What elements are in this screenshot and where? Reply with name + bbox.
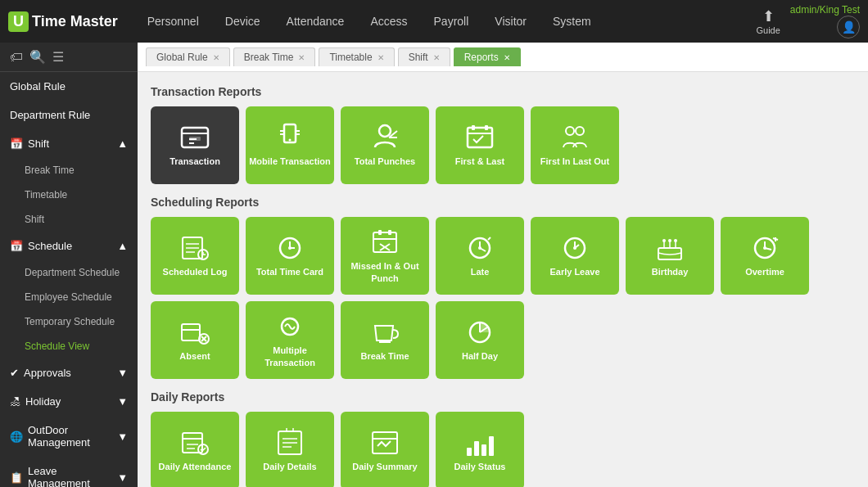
daily-status-icon <box>463 428 496 458</box>
svg-rect-4 <box>189 137 201 141</box>
sidebar-section-dept-rule[interactable]: Department Rule <box>0 101 138 129</box>
logo[interactable]: U Time Master <box>8 11 118 32</box>
svg-point-7 <box>379 125 391 137</box>
top-nav: U Time Master Personnel Device Attendanc… <box>0 0 868 43</box>
leave-collapse-icon: ▼ <box>117 471 128 484</box>
sidebar-item-schedule-view[interactable]: Schedule View <box>0 334 138 358</box>
nav-device[interactable]: Device <box>212 0 274 43</box>
nav-personnel[interactable]: Personnel <box>134 0 212 43</box>
card-total-punches-label: Total Punches <box>355 156 415 167</box>
sidebar-item-employee-schedule[interactable]: Employee Schedule <box>0 285 138 309</box>
missed-in-out-icon <box>368 228 401 257</box>
shift-calendar-icon: 📅 <box>10 138 23 150</box>
card-birthday[interactable]: Birthday <box>626 217 714 295</box>
schedule-collapse-icon: ▲ <box>117 240 128 252</box>
sidebar-shift-label: Shift <box>28 138 49 150</box>
card-daily-attendance[interactable]: Daily Attendance <box>151 412 239 487</box>
card-total-time-card[interactable]: Total Time Card <box>246 217 334 295</box>
sidebar-section-leave[interactable]: 📋 Leave Management ▼ <box>0 457 138 487</box>
sidebar-section-schedule[interactable]: 📅 Schedule ▲ <box>0 232 138 260</box>
multiple-transaction-icon <box>274 312 306 341</box>
card-break-time-label: Break Time <box>360 350 409 362</box>
card-early-leave-label: Early Leave <box>549 266 599 277</box>
sidebar-section-global-rule[interactable]: Global Rule <box>0 72 138 101</box>
guide-button[interactable]: ⬆ Guide <box>756 7 780 35</box>
card-overtime[interactable]: Overtime <box>721 217 809 295</box>
card-missed-in-out[interactable]: Missed In & Out Punch <box>341 217 429 295</box>
card-daily-summary[interactable]: Daily Summary <box>341 412 429 487</box>
svg-rect-77 <box>467 448 472 456</box>
tab-global-rule[interactable]: Global Rule ✕ <box>146 47 230 66</box>
tab-global-rule-close[interactable]: ✕ <box>213 53 219 62</box>
card-daily-details[interactable]: Daily Details <box>246 412 334 487</box>
tab-break-time-label: Break Time <box>244 52 294 63</box>
card-mobile-transaction[interactable]: Mobile Transaction <box>246 106 334 184</box>
nav-system[interactable]: System <box>540 0 604 43</box>
sidebar-item-shift[interactable]: Shift <box>0 207 138 232</box>
sidebar-item-timetable[interactable]: Timetable <box>0 183 138 207</box>
card-overtime-label: Overtime <box>745 266 784 277</box>
svg-rect-78 <box>474 441 479 456</box>
tab-timetable-close[interactable]: ✕ <box>377 53 384 62</box>
tab-shift-close[interactable]: ✕ <box>433 53 440 62</box>
sidebar-item-dept-schedule[interactable]: Department Schedule <box>0 260 138 285</box>
sidebar-global-rule-label: Global Rule <box>10 80 66 92</box>
card-first-in-last-out[interactable]: First In Last Out <box>531 106 619 184</box>
daily-reports-title: Daily Reports <box>151 390 855 404</box>
tag-icon[interactable]: 🏷 <box>10 50 23 65</box>
svg-point-51 <box>763 246 766 250</box>
card-absent-label: Absent <box>179 350 210 362</box>
card-first-in-last-out-label: First In Last Out <box>540 156 609 167</box>
card-multiple-transaction[interactable]: Multiple Transaction <box>246 301 334 379</box>
late-icon <box>463 233 496 263</box>
search-icon[interactable]: 🔍 <box>29 49 46 65</box>
card-early-leave[interactable]: Early Leave <box>531 217 619 295</box>
break-time-icon <box>368 318 401 347</box>
card-daily-status[interactable]: Daily Status <box>436 412 524 487</box>
total-punches-icon <box>368 123 401 152</box>
svg-rect-64 <box>183 433 202 453</box>
card-birthday-label: Birthday <box>652 266 689 277</box>
overtime-icon <box>748 233 781 263</box>
sidebar-approvals-label: Approvals <box>24 367 71 379</box>
svg-rect-54 <box>182 324 200 340</box>
card-late-label: Late <box>471 266 490 277</box>
sidebar-section-holiday[interactable]: 🏖 Holiday ▼ <box>0 387 138 416</box>
sidebar-section-shift[interactable]: 📅 Shift ▲ <box>0 129 138 158</box>
card-daily-details-label: Daily Details <box>263 461 316 472</box>
tab-break-time[interactable]: Break Time ✕ <box>233 47 316 66</box>
tab-break-time-close[interactable]: ✕ <box>298 53 305 62</box>
user-avatar[interactable]: 👤 <box>837 16 860 38</box>
nav-attendance[interactable]: Attendance <box>274 0 358 43</box>
svg-point-47 <box>674 239 677 242</box>
sidebar-item-temp-schedule[interactable]: Temporary Schedule <box>0 309 138 334</box>
approvals-icon: ✔ <box>10 367 19 379</box>
leave-icon: 📋 <box>10 471 23 484</box>
sidebar-item-break-time[interactable]: Break Time <box>0 158 138 183</box>
card-transaction[interactable]: Transaction <box>151 106 239 184</box>
nav-access[interactable]: Access <box>357 0 420 43</box>
card-scheduled-log[interactable]: Scheduled Log <box>151 217 239 295</box>
card-late[interactable]: Late <box>436 217 524 295</box>
card-scheduled-log-label: Scheduled Log <box>163 266 228 277</box>
nav-visitor[interactable]: Visitor <box>481 0 540 43</box>
guide-label: Guide <box>756 25 780 35</box>
user-info[interactable]: admin/King Test <box>790 4 860 16</box>
nav-payroll[interactable]: Payroll <box>421 0 482 43</box>
sidebar-section-outdoor[interactable]: 🌐 OutDoor Management ▼ <box>0 416 138 457</box>
transaction-reports-title: Transaction Reports <box>151 85 855 98</box>
card-total-punches[interactable]: Total Punches <box>341 106 429 184</box>
card-absent[interactable]: Absent <box>151 301 239 379</box>
tab-reports[interactable]: Reports ✕ <box>454 47 521 66</box>
sidebar-section-approvals[interactable]: ✔ Approvals ▼ <box>0 358 138 387</box>
card-half-day[interactable]: Half Day <box>436 301 524 379</box>
card-break-time[interactable]: Break Time <box>341 301 429 379</box>
sidebar: 🏷 🔍 ☰ Global Rule Department Rule 📅 Shif… <box>0 43 138 487</box>
list-icon[interactable]: ☰ <box>52 49 64 65</box>
tab-shift[interactable]: Shift ✕ <box>398 47 450 66</box>
card-first-last[interactable]: First & Last <box>436 106 524 184</box>
tab-reports-close[interactable]: ✕ <box>504 53 510 62</box>
card-daily-summary-label: Daily Summary <box>352 461 417 472</box>
svg-rect-29 <box>378 230 382 235</box>
tab-timetable[interactable]: Timetable ✕ <box>319 47 394 66</box>
